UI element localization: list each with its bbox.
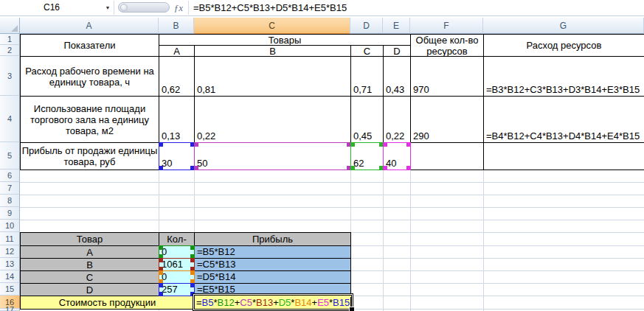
cell-a14[interactable]: C bbox=[20, 270, 159, 284]
name-box-dropdown-icon[interactable]: ▼ bbox=[102, 0, 114, 15]
text-caret bbox=[350, 297, 351, 307]
row-header-9[interactable]: 9 bbox=[0, 207, 20, 220]
formula-bar: C16 ▼ ƒx =B5*B12+C5*B13+D5*B14+E5*B15 bbox=[0, 0, 644, 15]
cell-b5[interactable]: 30 bbox=[159, 142, 195, 170]
name-box-divider bbox=[114, 1, 114, 15]
active-cell-edit-box[interactable]: =B5*B12+C5*B13+D5*B14+E5*B15 bbox=[193, 293, 353, 311]
cell-e4[interactable]: 0,22 bbox=[383, 96, 411, 143]
cell-c4[interactable]: 0,22 bbox=[194, 96, 351, 143]
row-header-4[interactable]: 4 bbox=[0, 96, 20, 142]
cell-a16-total-label[interactable]: Стоимость продукции bbox=[20, 296, 195, 310]
row-header-6[interactable]: 6 bbox=[0, 170, 20, 182]
row-header-11[interactable]: 11 bbox=[0, 232, 20, 245]
insert-function-icon[interactable]: ƒx bbox=[170, 0, 187, 15]
cell-a1-indicators[interactable]: Показатели bbox=[20, 34, 159, 57]
formula-part: + bbox=[273, 297, 279, 308]
formula-part: C5 bbox=[240, 297, 252, 308]
column-header-e[interactable]: E bbox=[383, 18, 410, 34]
cell-b4[interactable]: 0,13 bbox=[159, 96, 195, 143]
formula-bar-divider bbox=[188, 1, 189, 15]
select-all-triangle-icon bbox=[11, 25, 18, 32]
cell-c11-header[interactable]: Прибыль bbox=[194, 232, 351, 246]
row-header-15[interactable]: 15 bbox=[0, 283, 20, 296]
cell-g3-formula[interactable]: =B3*B12+C3*B13+D3*B14+E3*B15 bbox=[483, 56, 644, 97]
cell-f3[interactable]: 970 bbox=[410, 56, 484, 97]
cell-f1-total-resources[interactable]: Общее кол-во ресурсов bbox=[410, 34, 484, 57]
row-header-12[interactable]: 12 bbox=[0, 245, 20, 258]
spreadsheet-app: C16 ▼ ƒx =B5*B12+C5*B13+D5*B14+E5*B15 A … bbox=[0, 0, 644, 311]
formula-part: B15 bbox=[333, 297, 350, 308]
cell-a5-label[interactable]: Прибыль от продажи единицы товара, руб bbox=[20, 142, 159, 170]
row-header-5[interactable]: 5 bbox=[0, 142, 20, 170]
cell-e3[interactable]: 0,43 bbox=[383, 56, 411, 97]
cell-d3[interactable]: 0,71 bbox=[350, 56, 384, 97]
cell-b15[interactable]: 257 bbox=[159, 283, 195, 296]
cell-b3[interactable]: 0,62 bbox=[159, 56, 195, 97]
column-header-f[interactable]: F bbox=[410, 18, 483, 34]
cell-c2-product-b[interactable]: B bbox=[194, 45, 351, 57]
formula-part: B5 bbox=[202, 297, 214, 308]
cell-b12[interactable]: 0 bbox=[159, 245, 195, 259]
cell-d2-product-c[interactable]: C bbox=[350, 45, 384, 57]
row-header-10[interactable]: 10 bbox=[0, 220, 20, 232]
row-header-13[interactable]: 13 bbox=[0, 258, 20, 270]
row-header-7[interactable]: 7 bbox=[0, 182, 20, 195]
cell-b13[interactable]: 1061 bbox=[159, 258, 195, 271]
row-header-14[interactable]: 14 bbox=[0, 270, 20, 283]
cell-a4-label[interactable]: Использование площади торгового зала на … bbox=[20, 96, 159, 143]
cell-f4[interactable]: 290 bbox=[410, 96, 484, 143]
cell-b14[interactable]: 0 bbox=[159, 270, 195, 284]
row-header-1[interactable]: 1 bbox=[0, 34, 20, 45]
formula-part: + bbox=[312, 297, 318, 308]
cell-c3[interactable]: 0,81 bbox=[194, 56, 351, 97]
cell-a13[interactable]: B bbox=[20, 258, 159, 271]
formula-input[interactable]: =B5*B12+C5*B13+D5*B14+E5*B15 bbox=[193, 0, 643, 15]
cell-b11-header[interactable]: Кол- bbox=[159, 232, 195, 246]
formula-part: B12 bbox=[218, 297, 235, 308]
column-header-c[interactable]: C bbox=[194, 18, 350, 34]
cell-d4[interactable]: 0,45 bbox=[350, 96, 384, 143]
cell-c12-formula[interactable]: =B5*B12 bbox=[194, 245, 351, 259]
column-header-d[interactable]: D bbox=[350, 18, 383, 34]
column-header-a[interactable]: A bbox=[20, 18, 159, 34]
cell-a11-header[interactable]: Товар bbox=[20, 232, 159, 246]
cell-a3-label[interactable]: Расход рабочего времени на единицу товар… bbox=[20, 56, 159, 97]
cell-c13-formula[interactable]: =C5*B13 bbox=[194, 258, 351, 271]
row-header-8[interactable]: 8 bbox=[0, 195, 20, 207]
row-header-2[interactable]: 2 bbox=[0, 45, 20, 56]
resource-table: Показатели Товары A B C D Общее кол-во р… bbox=[20, 34, 644, 170]
edit-formula-text[interactable]: =B5*B12+C5*B13+D5*B14+E5*B15 bbox=[194, 295, 352, 310]
gripper-dot-icon bbox=[120, 4, 128, 11]
column-header-g[interactable]: G bbox=[483, 18, 644, 34]
cell-c14-formula[interactable]: =D5*B14 bbox=[194, 270, 351, 284]
cell-g4-formula[interactable]: =B4*B12+C4*B13+D4*B14+E4*B15 bbox=[483, 96, 644, 143]
cell-g1-resource-usage[interactable]: Расход ресурсов bbox=[483, 34, 644, 57]
formula-part: D5 bbox=[279, 297, 291, 308]
column-header-b[interactable]: B bbox=[159, 18, 194, 34]
cell-b2-product-a[interactable]: A bbox=[159, 45, 195, 57]
fill-handle[interactable] bbox=[349, 307, 355, 311]
cell-e2-product-d[interactable]: D bbox=[383, 45, 411, 57]
cell-e5[interactable]: 40 bbox=[383, 142, 411, 170]
formula-part: E5 bbox=[317, 297, 329, 308]
cell-a15[interactable]: D bbox=[20, 283, 159, 296]
select-all-corner[interactable] bbox=[0, 18, 20, 34]
cell-a12[interactable]: A bbox=[20, 245, 159, 259]
cell-b1-products[interactable]: Товары bbox=[159, 34, 411, 46]
formula-part: = bbox=[196, 297, 202, 308]
cell-g5[interactable] bbox=[483, 142, 644, 170]
cell-c5[interactable]: 50 bbox=[194, 142, 351, 170]
row-header-3[interactable]: 3 bbox=[0, 56, 20, 96]
name-box[interactable]: C16 bbox=[0, 0, 103, 15]
formula-part: B13 bbox=[256, 297, 273, 308]
formula-part: B14 bbox=[294, 297, 311, 308]
formula-part: + bbox=[235, 297, 240, 308]
column-headers: A B C D E F G bbox=[20, 18, 644, 34]
cell-d5[interactable]: 62 bbox=[350, 142, 384, 170]
cell-f5[interactable] bbox=[410, 142, 484, 170]
